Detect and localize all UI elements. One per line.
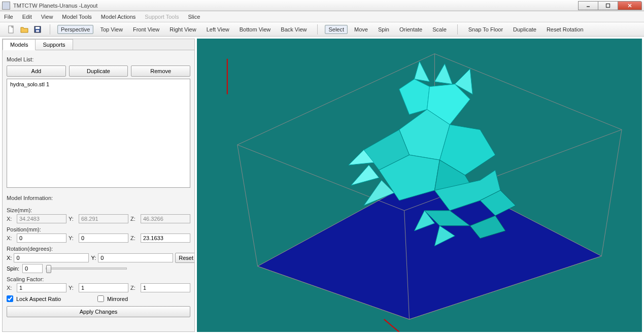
main-area: Models Supports Model List: Add Duplicat… (0, 37, 644, 334)
menu-model-actions[interactable]: Model Actions (100, 13, 137, 21)
menu-file[interactable]: File (3, 13, 14, 21)
scale-x-input[interactable] (17, 283, 66, 292)
size-label: Size(mm): (7, 207, 190, 213)
rot-y-input[interactable] (98, 253, 173, 262)
svg-marker-16 (351, 165, 379, 185)
view-bottom[interactable]: Bottom View (236, 25, 275, 34)
mirrored-checkbox[interactable] (97, 295, 104, 302)
size-x-label: X: (7, 216, 15, 222)
spin-input[interactable] (22, 264, 43, 273)
save-file-icon[interactable] (32, 24, 43, 35)
add-model-button[interactable]: Add (7, 65, 66, 77)
spin-slider-thumb[interactable] (46, 265, 51, 273)
menu-edit[interactable]: Edit (21, 13, 33, 21)
scale-z-input[interactable] (141, 283, 190, 292)
svg-marker-20 (415, 61, 430, 82)
svg-rect-6 (36, 27, 40, 29)
remove-model-button[interactable]: Remove (131, 65, 190, 77)
view-right[interactable]: Right View (166, 25, 199, 34)
scale-y-input[interactable] (79, 283, 128, 292)
action-duplicate[interactable]: Duplicate (510, 25, 540, 34)
position-label: Position(mm): (7, 226, 190, 232)
action-reset-rotation[interactable]: Reset Rotation (543, 25, 587, 34)
side-tabs: Models Supports (3, 39, 194, 50)
size-z-input (141, 214, 190, 223)
pos-z-input[interactable] (141, 233, 190, 243)
pos-z-label: Z: (130, 235, 139, 241)
build-plate (258, 170, 602, 319)
view-back[interactable]: Back View (277, 25, 310, 34)
viewport-canvas (197, 39, 642, 332)
open-file-icon[interactable] (19, 24, 29, 35)
pos-y-input[interactable] (79, 233, 128, 243)
mode-orientate[interactable]: Orientate (396, 25, 426, 34)
lock-aspect-checkbox[interactable] (7, 295, 13, 302)
svg-marker-19 (434, 64, 452, 84)
size-y-label: Y: (69, 216, 77, 222)
rotation-label: Rotation(degrees): (7, 246, 190, 252)
tab-models[interactable]: Models (3, 39, 36, 50)
model-list[interactable]: hydra_solo.stl 1 (7, 79, 190, 188)
close-button[interactable] (618, 1, 642, 10)
rot-x-label: X: (7, 255, 12, 261)
models-panel: Model List: Add Duplicate Remove hydra_s… (3, 50, 194, 331)
size-x-input (17, 214, 66, 223)
model-info-label: Model Information: (7, 195, 190, 201)
toolbar: Perspective Top View Front View Right Vi… (0, 22, 644, 37)
window-title: TMTCTW Planets-Uranus -Layout (13, 3, 579, 9)
svg-rect-1 (606, 4, 610, 7)
apply-changes-button[interactable]: Apply Changes (7, 306, 190, 317)
window-controls (579, 1, 642, 10)
mode-spin[interactable]: Spin (375, 25, 393, 34)
view-top[interactable]: Top View (96, 25, 126, 34)
svg-rect-7 (36, 30, 39, 32)
size-z-label: Z: (130, 216, 139, 222)
scale-z-label: Z: (130, 285, 139, 291)
svg-marker-8 (399, 79, 430, 115)
size-y-input (79, 214, 128, 223)
maximize-button[interactable] (598, 1, 618, 10)
mode-scale[interactable]: Scale (429, 25, 450, 34)
spin-slider[interactable] (46, 268, 127, 270)
scaling-label: Scaling Factor: (7, 276, 190, 282)
spin-label: Spin: (7, 265, 19, 272)
menu-slice[interactable]: Slice (187, 13, 201, 21)
list-item[interactable]: hydra_solo.stl 1 (8, 80, 189, 88)
tab-supports[interactable]: Supports (35, 39, 73, 50)
view-left[interactable]: Left View (203, 25, 233, 34)
scale-x-label: X: (7, 285, 15, 291)
mode-move[interactable]: Move (351, 25, 371, 34)
rot-y-label: Y: (91, 255, 96, 261)
new-file-icon[interactable] (6, 24, 16, 35)
reset-rotation-button[interactable]: Reset Rotation (175, 253, 194, 263)
model-list-label: Model List: (7, 56, 190, 62)
rot-x-input[interactable] (14, 253, 89, 262)
menu-view[interactable]: View (40, 13, 54, 21)
pos-y-label: Y: (69, 235, 77, 241)
scale-y-label: Y: (69, 285, 77, 291)
3d-viewport[interactable] (197, 39, 642, 332)
menubar: File Edit View Model Tools Model Actions… (0, 11, 644, 22)
axis-x (384, 319, 399, 332)
titlebar: TMTCTW Planets-Uranus -Layout (0, 0, 644, 11)
app-icon (2, 2, 10, 10)
menu-support-tools: Support Tools (144, 13, 180, 21)
side-panel: Models Supports Model List: Add Duplicat… (2, 39, 195, 332)
view-front[interactable]: Front View (129, 25, 163, 34)
mode-select[interactable]: Select (325, 25, 348, 34)
menu-model-tools[interactable]: Model Tools (61, 13, 93, 21)
view-perspective[interactable]: Perspective (57, 25, 93, 34)
pos-x-input[interactable] (17, 233, 66, 243)
pos-x-label: X: (7, 235, 15, 241)
action-snap-to-floor[interactable]: Snap To Floor (465, 25, 506, 34)
mirrored-label: Mirrored (107, 296, 128, 302)
lock-aspect-label: Lock Aspect Ratio (16, 296, 61, 302)
minimize-button[interactable] (578, 1, 598, 10)
duplicate-model-button[interactable]: Duplicate (69, 65, 128, 77)
